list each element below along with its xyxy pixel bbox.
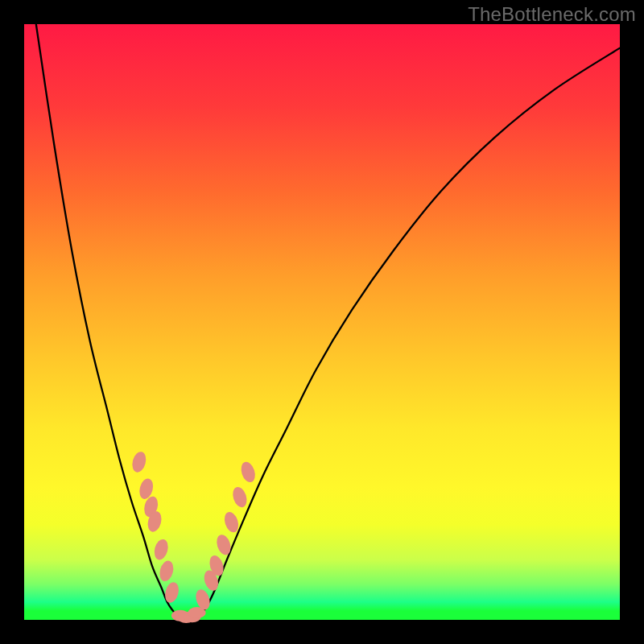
curve-layer bbox=[24, 24, 620, 620]
marker-point bbox=[239, 460, 258, 485]
chart-frame: TheBottleneck.com bbox=[0, 0, 644, 644]
marker-point bbox=[230, 485, 249, 510]
watermark-text: TheBottleneck.com bbox=[468, 3, 636, 26]
plot-area bbox=[24, 24, 620, 620]
curve-right bbox=[194, 48, 620, 619]
curve-left bbox=[36, 24, 182, 619]
highlight-markers bbox=[130, 450, 258, 623]
marker-point bbox=[222, 510, 241, 535]
marker-point bbox=[158, 559, 175, 583]
marker-point bbox=[152, 538, 170, 561]
marker-point bbox=[130, 450, 148, 473]
marker-point bbox=[188, 607, 206, 618]
